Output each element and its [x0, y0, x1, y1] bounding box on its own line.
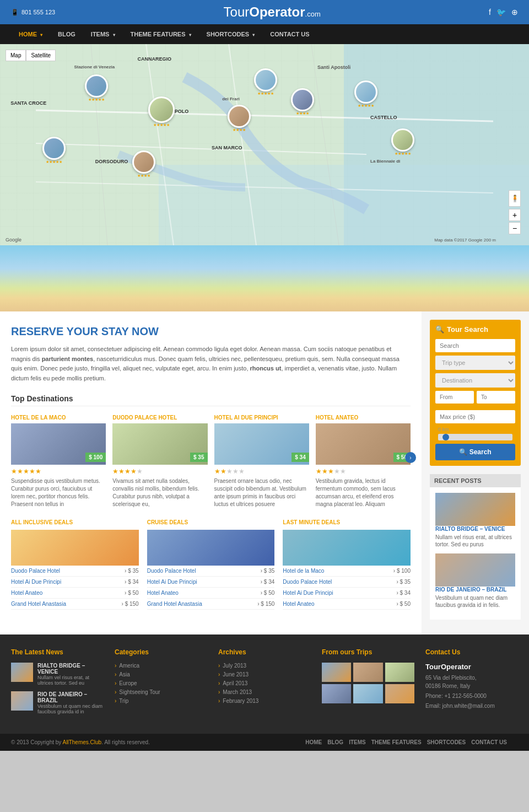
footer-nav-items[interactable]: Items — [349, 739, 366, 745]
nav-shortcodes[interactable]: SHORTCODES ▾ — [199, 24, 263, 44]
deal-price: › $ 35 — [261, 568, 275, 574]
trip-type-select[interactable]: Trip type — [435, 356, 515, 370]
nav-home[interactable]: HOME ▾ — [11, 24, 50, 44]
recent-posts-widget: RECENT POSTS RIALTO BRIDGE – VENICE Null… — [430, 474, 521, 620]
footer-phone: Phone: +1 212-565-0000 — [425, 692, 518, 700]
hotel-img-wrap-2: $ 35 — [112, 423, 207, 465]
nav-contact[interactable]: CONTACT US — [262, 24, 317, 44]
map-person-icon: 🧍 — [509, 190, 521, 207]
footer-nav-blog[interactable]: Blog — [327, 739, 343, 745]
phone-text: 801 555 123 — [21, 9, 55, 15]
cruise-img — [147, 530, 275, 566]
footer-nav-home[interactable]: Home — [305, 739, 322, 745]
deal-link[interactable]: Hotel Anateo — [147, 590, 179, 596]
map-label-apostoli: Santi Apostoli — [317, 64, 350, 70]
footer-archives: Archives July 2013 June 2013 April 2013 … — [218, 648, 311, 720]
footer-latest-news-title: The Latest News — [11, 648, 104, 656]
map-pin-8: ★★★★ — [132, 150, 155, 178]
footer-address: 65 Via del Plebiscito,00186 Rome, Italy — [425, 674, 518, 690]
footer-categories-list: America Asia Europe Sightseeing Tour Tri… — [115, 663, 207, 704]
deal-link[interactable]: Hotel Ai Due Principi — [283, 590, 333, 596]
deal-item: Duodo Palace Hotel › $ 35 — [147, 566, 275, 577]
footer-brand: TourOperator — [425, 663, 518, 671]
deal-item: Hotel Anateo › $ 50 — [147, 588, 275, 599]
deal-link[interactable]: Hotel Anateo — [11, 590, 42, 596]
hotel-stars-4: ★★★★★ — [316, 467, 411, 475]
map-pin-3: ★★★★★ — [148, 96, 175, 127]
deal-link[interactable]: Duodo Palace Hotel — [283, 579, 332, 585]
footer-contact-title: Contact Us — [425, 648, 518, 656]
destination-select[interactable]: Destination — [435, 373, 515, 388]
map-zoom-out[interactable]: − — [509, 222, 521, 234]
all-inclusive-section: ALL INCLUSIVE DEALS Duodo Palace Hotel ›… — [11, 519, 139, 610]
reserve-text: Lorem ipsum dolor sit amet, consectetuer… — [11, 345, 411, 383]
footer-archives-title: Archives — [218, 648, 311, 656]
footer-post-img-1 — [11, 663, 33, 682]
destinations-next-btn[interactable]: › — [405, 452, 416, 463]
search-input[interactable] — [435, 339, 515, 352]
nav-blog[interactable]: BLOG — [50, 24, 83, 44]
deal-link[interactable]: Grand Hotel Anastasia — [11, 601, 66, 607]
footer-nav-theme[interactable]: Theme Features — [371, 739, 422, 745]
recent-post-img-1 — [435, 493, 515, 526]
allthemes-link[interactable]: AllThemes.Club — [63, 739, 102, 745]
map-pin-6: ★★★★★ — [354, 80, 377, 108]
price-range-slider[interactable] — [438, 434, 512, 440]
deal-price: › $ 50 — [261, 590, 275, 596]
hotel-desc-4: Vestibulum gravida, lectus id fermentum … — [316, 477, 411, 508]
hotel-stars-3: ★★★★★ — [214, 467, 309, 475]
map-label-terminal: Stazione di Venezia — [74, 64, 115, 69]
map-pin-2: ★★★★★ — [254, 68, 277, 96]
deal-link[interactable]: Duodo Palace Hotel — [11, 568, 60, 574]
top-bar: 📱 801 555 123 TourOperator.com f 🐦 ⊕ — [0, 0, 529, 24]
footer-nav-contact[interactable]: Contact Us — [471, 739, 507, 745]
footer-post-img-2 — [11, 691, 33, 711]
recent-post-title-2: RIO DE JANEIRO – BRAZIL — [435, 587, 515, 593]
footer-cat-3: Europe — [115, 680, 207, 686]
date-row — [435, 391, 515, 407]
to-date-input[interactable] — [477, 391, 515, 404]
map-pin-5: ★★★★ — [291, 88, 314, 116]
search-button[interactable]: 🔍 Search — [435, 444, 515, 460]
from-date-input[interactable] — [435, 391, 474, 404]
max-price-input[interactable] — [435, 410, 515, 423]
recent-post-desc-1: Nullam vel risus erat, at ultrices torto… — [435, 534, 515, 548]
deal-price: › $ 35 — [125, 568, 139, 574]
hotel-name-3: HOTEL AI DUE PRINCIPI — [214, 415, 309, 421]
nav-items[interactable]: ITEMS ▾ — [83, 24, 123, 44]
svg-line-1 — [36, 143, 366, 154]
deal-link[interactable]: Grand Hotel Anastasia — [147, 601, 202, 607]
trip-thumb-5 — [353, 684, 382, 703]
site-logo: TourOperator.com — [224, 4, 321, 20]
trip-thumb-2 — [353, 663, 382, 682]
all-inclusive-title: ALL INCLUSIVE DEALS — [11, 519, 139, 525]
nav-theme-features[interactable]: THEME FEATURES ▾ — [123, 24, 199, 44]
hotel-desc-3: Praesent ornare lacus odio, nec suscipit… — [214, 477, 309, 508]
deal-link[interactable]: Hotel de la Maco — [283, 568, 324, 574]
map-zoom-in[interactable]: + — [509, 209, 521, 221]
deal-link[interactable]: Hotel Anateo — [283, 601, 314, 607]
content-wrapper: RESERVE YOUR STAY NOW Lorem ipsum dolor … — [0, 311, 529, 634]
deal-link[interactable]: Hotel Ai Due Principi — [147, 579, 197, 585]
hotel-name-1: HOTEL DE LA MACO — [11, 415, 106, 421]
map-label-cannaregio: CANNAREGIO — [138, 56, 172, 62]
footer-top: The Latest News RIALTO BRIDGE – VENICE N… — [0, 634, 529, 734]
all-inclusive-list: Duodo Palace Hotel › $ 35 Hotel Ai Due P… — [11, 566, 139, 610]
deal-link[interactable]: Hotel Ai Due Principi — [11, 579, 61, 585]
phone-number: 📱 801 555 123 — [11, 9, 55, 16]
footer-archive-4: March 2013 — [218, 689, 311, 695]
map-btn[interactable]: Map — [6, 50, 26, 61]
dest-card-1: HOTEL DE LA MACO $ 100 ★★★★★ Suspendisse… — [11, 415, 106, 508]
search-icon: 🔍 — [435, 325, 444, 334]
footer-archive-3: April 2013 — [218, 680, 311, 686]
main-content: RESERVE YOUR STAY NOW Lorem ipsum dolor … — [0, 311, 422, 634]
svg-line-0 — [36, 110, 493, 121]
facebook-link[interactable]: f — [489, 8, 491, 17]
twitter-link[interactable]: 🐦 — [496, 8, 506, 17]
deal-link[interactable]: Duodo Palace Hotel — [147, 568, 196, 574]
dribbble-link[interactable]: ⊕ — [511, 8, 518, 17]
map-label-sanmarco: SAN MARCO — [212, 145, 242, 150]
footer-latest-news: The Latest News RIALTO BRIDGE – VENICE N… — [11, 648, 104, 720]
satellite-btn[interactable]: Satellite — [26, 50, 56, 61]
footer-nav-shortcodes[interactable]: Shortcodes — [427, 739, 466, 745]
